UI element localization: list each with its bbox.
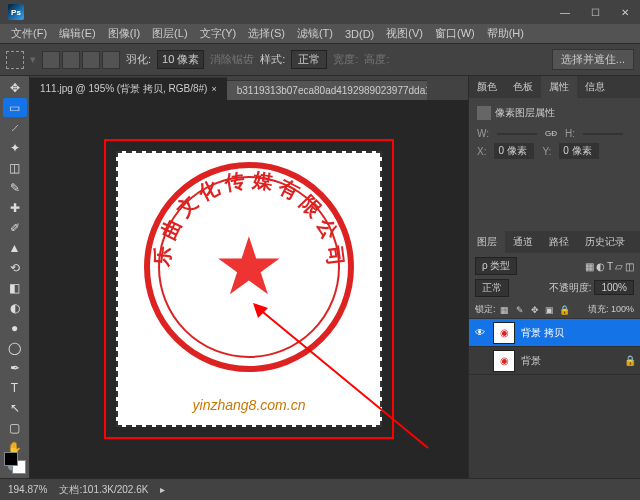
layer-thumbnail[interactable]: ◉ (493, 322, 515, 344)
filter-pixel-icon[interactable]: ▦ (585, 261, 594, 272)
tab-label: b3119313b07eca80ad4192989023977dda144830… (237, 85, 427, 96)
height-label: H: (565, 128, 575, 139)
tab-swatches[interactable]: 色板 (505, 76, 541, 98)
x-input[interactable]: 0 像素 (494, 143, 534, 159)
tab-info[interactable]: 信息 (577, 76, 613, 98)
window-minimize[interactable]: — (550, 0, 580, 24)
doc-size: 101.3K/202.6K (82, 484, 148, 495)
menu-edit[interactable]: 编辑(E) (56, 24, 99, 43)
pen-tool[interactable]: ✒ (3, 358, 27, 377)
zoom-level[interactable]: 194.87% (8, 484, 47, 495)
filter-adjust-icon[interactable]: ◐ (596, 261, 605, 272)
tab-history[interactable]: 历史记录 (577, 231, 633, 253)
close-icon[interactable]: × (211, 84, 216, 94)
shape-tool[interactable]: ▢ (3, 418, 27, 437)
visibility-icon[interactable]: 👁 (473, 327, 487, 338)
tab-inactive-doc[interactable]: b3119313b07eca80ad4192989023977dda144830… (227, 80, 427, 100)
refine-edge-button[interactable]: 选择并遮住... (552, 49, 634, 70)
gradient-tool[interactable]: ◐ (3, 298, 27, 317)
menu-window[interactable]: 窗口(W) (432, 24, 478, 43)
menu-layer[interactable]: 图层(L) (149, 24, 190, 43)
stamp-graphic: 乐 曲 文 化 传 媒 有 限 公 司 ★ (144, 162, 354, 372)
tab-layers[interactable]: 图层 (469, 231, 505, 253)
menu-filter[interactable]: 滤镜(T) (294, 24, 336, 43)
y-input[interactable]: 0 像素 (559, 143, 599, 159)
menubar: 文件(F) 编辑(E) 图像(I) 图层(L) 文字(Y) 选择(S) 滤镜(T… (0, 24, 640, 44)
menu-file[interactable]: 文件(F) (8, 24, 50, 43)
x-label: X: (477, 146, 486, 157)
filter-shape-icon[interactable]: ▱ (615, 261, 623, 272)
layer-item[interactable]: 👁 ◉ 背景 拷贝 (469, 319, 640, 347)
lock-transparent-icon[interactable]: ▦ (499, 304, 511, 316)
tab-paths[interactable]: 路径 (541, 231, 577, 253)
style-dropdown[interactable]: 正常 (291, 50, 327, 69)
dodge-tool[interactable]: ◯ (3, 338, 27, 357)
layer-thumbnail[interactable]: ◉ (493, 350, 515, 372)
eyedropper-tool[interactable]: ✎ (3, 178, 27, 197)
tab-active-doc[interactable]: 111.jpg @ 195% (背景 拷贝, RGB/8#) × (30, 77, 227, 100)
fill-label: 填充: (588, 304, 609, 314)
width-input[interactable] (497, 133, 537, 135)
blend-mode-dropdown[interactable]: 正常 (475, 279, 509, 297)
menu-3d[interactable]: 3D(D) (342, 26, 377, 42)
path-tool[interactable]: ↖ (3, 398, 27, 417)
menu-view[interactable]: 视图(V) (383, 24, 426, 43)
opacity-input[interactable]: 100% (594, 280, 634, 295)
color-swatches[interactable] (4, 452, 26, 474)
layer-name[interactable]: 背景 拷贝 (521, 326, 564, 340)
lock-all-icon[interactable]: 🔒 (559, 304, 571, 316)
status-arrow-icon[interactable]: ▸ (160, 484, 165, 495)
canvas[interactable]: 乐 曲 文 化 传 媒 有 限 公 司 ★ yinzhang8.com.cn (30, 100, 468, 478)
blur-tool[interactable]: ● (3, 318, 27, 337)
lasso-tool[interactable]: ⟋ (3, 118, 27, 137)
current-tool-icon[interactable] (6, 51, 24, 69)
foreground-color[interactable] (4, 452, 18, 466)
menu-select[interactable]: 选择(S) (245, 24, 288, 43)
tab-label: 111.jpg @ 195% (背景 拷贝, RGB/8#) (40, 82, 207, 96)
window-close[interactable]: ✕ (610, 0, 640, 24)
marquee-tool[interactable]: ▭ (3, 98, 27, 117)
statusbar: 194.87% 文档:101.3K/202.6K ▸ (0, 478, 640, 500)
move-tool[interactable]: ✥ (3, 78, 27, 97)
lock-position-icon[interactable]: ✥ (529, 304, 541, 316)
tab-color[interactable]: 颜色 (469, 76, 505, 98)
selection-intersect-icon[interactable] (102, 51, 120, 69)
fill-input[interactable]: 100% (611, 304, 634, 314)
width-label: 宽度: (333, 52, 358, 67)
filter-type-icon[interactable]: T (607, 261, 613, 272)
tab-properties[interactable]: 属性 (541, 76, 577, 98)
menu-image[interactable]: 图像(I) (105, 24, 143, 43)
healing-tool[interactable]: ✚ (3, 198, 27, 217)
layer-filter-dropdown[interactable]: ρ 类型 (475, 257, 517, 275)
top-panel-tabs: 颜色 色板 属性 信息 (469, 76, 640, 98)
selection-subtract-icon[interactable] (82, 51, 100, 69)
link-wh-icon[interactable]: GĐ (545, 129, 557, 138)
stamp-tool[interactable]: ▲ (3, 238, 27, 257)
magic-wand-tool[interactable]: ✦ (3, 138, 27, 157)
height-input[interactable] (583, 133, 623, 135)
filter-smart-icon[interactable]: ◫ (625, 261, 634, 272)
lock-artboard-icon[interactable]: ▣ (544, 304, 556, 316)
height-label: 高度: (364, 52, 389, 67)
layer-name[interactable]: 背景 (521, 354, 541, 368)
properties-panel: 像素图层属性 W: GĐ H: X: 0 像素 Y: 0 像素 (469, 98, 640, 171)
eraser-tool[interactable]: ◧ (3, 278, 27, 297)
lock-label: 锁定: (475, 303, 496, 316)
lock-pixels-icon[interactable]: ✎ (514, 304, 526, 316)
brush-tool[interactable]: ✐ (3, 218, 27, 237)
type-tool[interactable]: T (3, 378, 27, 397)
lock-icon: 🔒 (624, 355, 636, 366)
selection-add-icon[interactable] (62, 51, 80, 69)
layer-item[interactable]: ◉ 背景 🔒 (469, 347, 640, 375)
crop-tool[interactable]: ◫ (3, 158, 27, 177)
y-label: Y: (542, 146, 551, 157)
tab-channels[interactable]: 通道 (505, 231, 541, 253)
properties-title: 像素图层属性 (495, 106, 555, 120)
style-label: 样式: (260, 52, 285, 67)
history-brush-tool[interactable]: ⟲ (3, 258, 27, 277)
selection-new-icon[interactable] (42, 51, 60, 69)
feather-input[interactable]: 10 像素 (157, 50, 204, 69)
menu-help[interactable]: 帮助(H) (484, 24, 527, 43)
window-maximize[interactable]: ☐ (580, 0, 610, 24)
menu-type[interactable]: 文字(Y) (197, 24, 240, 43)
